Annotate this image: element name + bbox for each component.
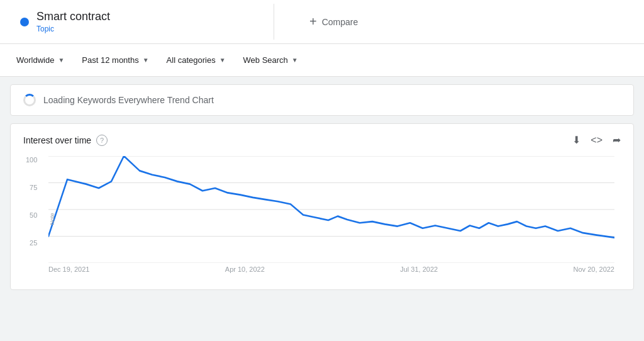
category-chevron-icon: ▼ xyxy=(219,57,226,64)
x-label-nov: Nov 20, 2022 xyxy=(574,266,614,273)
search-type-chevron-icon: ▼ xyxy=(292,57,298,64)
chart-title: Interest over time xyxy=(23,135,91,145)
category-filter-label: All categories xyxy=(167,55,216,65)
chart-panel: Interest over time ? ⬇ <> ➦ 100 75 50 25… xyxy=(10,123,634,290)
location-chevron-icon: ▼ xyxy=(58,57,64,64)
main-content: Loading Keywords Everywhere Trend Chart … xyxy=(0,77,644,298)
location-filter-label: Worldwide xyxy=(16,55,54,65)
embed-icon[interactable]: <> xyxy=(591,135,602,146)
y-axis: 100 75 50 25 xyxy=(26,156,37,267)
term-dot xyxy=(20,18,29,26)
x-label-dec: Dec 19, 2021 xyxy=(48,266,89,273)
chart-title-group: Interest over time ? xyxy=(23,135,108,146)
search-term-block: Smart contract Topic xyxy=(10,4,274,40)
compare-label: Compare xyxy=(322,17,358,27)
y-label-25: 25 xyxy=(30,239,37,247)
x-label-apr: Apr 10, 2022 xyxy=(225,266,265,273)
compare-plus-icon: + xyxy=(309,14,317,29)
y-label-75: 75 xyxy=(30,184,37,191)
help-icon[interactable]: ? xyxy=(96,135,108,146)
time-filter-label: Past 12 months xyxy=(82,55,138,65)
share-icon[interactable]: ➦ xyxy=(613,134,621,146)
chart-actions: ⬇ <> ➦ xyxy=(572,134,621,146)
loading-bar: Loading Keywords Everywhere Trend Chart xyxy=(10,84,634,116)
trend-chart-svg xyxy=(48,156,614,263)
y-label-50: 50 xyxy=(30,211,37,219)
search-type-filter-label: Web Search xyxy=(243,55,288,65)
chart-header: Interest over time ? ⬇ <> ➦ xyxy=(23,134,621,146)
x-label-jul: Jul 31, 2022 xyxy=(400,266,438,273)
loading-spinner xyxy=(23,94,36,106)
time-chevron-icon: ▼ xyxy=(143,57,149,64)
term-subtitle: Topic xyxy=(36,25,110,33)
y-label-100: 100 xyxy=(26,156,37,164)
filters-bar: Worldwide ▼ Past 12 months ▼ All categor… xyxy=(0,44,644,77)
search-type-filter[interactable]: Web Search ▼ xyxy=(237,52,304,69)
download-icon[interactable]: ⬇ xyxy=(572,134,580,146)
note-label: Note xyxy=(49,213,55,225)
location-filter[interactable]: Worldwide ▼ xyxy=(10,52,70,69)
compare-button[interactable]: + Compare xyxy=(299,9,368,34)
category-filter[interactable]: All categories ▼ xyxy=(160,52,232,69)
loading-message: Loading Keywords Everywhere Trend Chart xyxy=(43,95,214,105)
x-axis: Dec 19, 2021 Apr 10, 2022 Jul 31, 2022 N… xyxy=(48,266,614,273)
term-title: Smart contract xyxy=(36,10,110,23)
term-text-block: Smart contract Topic xyxy=(36,10,110,33)
time-filter[interactable]: Past 12 months ▼ xyxy=(75,52,155,69)
chart-area: 100 75 50 25 Note Dec 19, 2021 Apr 10, 2… xyxy=(48,156,614,282)
